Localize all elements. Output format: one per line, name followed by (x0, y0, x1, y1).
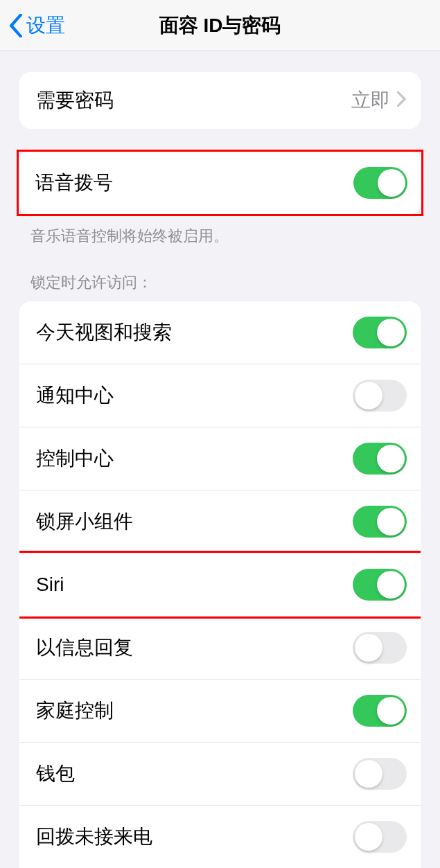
allow-access-item-toggle[interactable] (353, 821, 407, 853)
voice-dial-footer: 音乐语音控制将始终被启用。 (30, 226, 410, 247)
allow-access-item-label: 家庭控制 (36, 698, 114, 724)
allow-access-item-toggle[interactable] (353, 632, 407, 664)
allow-access-row: 今天视图和搜索 (19, 301, 421, 364)
allow-access-item-toggle[interactable] (353, 380, 407, 411)
allow-access-group: 今天视图和搜索通知中心控制中心锁屏小组件Siri以信息回复家庭控制钱包回拨未接来… (19, 301, 421, 868)
require-passcode-label: 需要密码 (36, 87, 114, 114)
allow-access-row: 家庭控制 (19, 679, 421, 742)
allow-access-item-toggle[interactable] (353, 758, 407, 790)
chevron-left-icon (8, 14, 24, 37)
allow-access-item-label: 今天视图和搜索 (36, 319, 172, 346)
allow-access-item-label: 控制中心 (36, 445, 114, 472)
allow-access-header: 锁定时允许访问： (30, 272, 410, 293)
allow-access-item-label: 钱包 (36, 761, 75, 787)
allow-access-row: 钱包 (19, 742, 421, 805)
voice-dial-highlight: 语音拨号 (17, 150, 423, 216)
allow-access-item-toggle[interactable] (353, 695, 407, 727)
back-label: 设置 (26, 12, 65, 39)
allow-access-item-label: 锁屏小组件 (36, 508, 133, 535)
require-passcode-value: 立即 (351, 87, 390, 114)
allow-access-row: 通知中心 (19, 364, 421, 427)
allow-access-item-toggle[interactable] (353, 443, 407, 475)
chevron-right-icon (397, 91, 407, 109)
allow-access-row: 锁屏小组件 (19, 490, 421, 553)
allow-access-item-toggle[interactable] (353, 569, 407, 601)
allow-access-item-label: Siri (36, 574, 64, 596)
allow-access-row: 控制中心 (19, 427, 421, 490)
allow-access-row: Siri (19, 553, 421, 616)
page-title: 面容 ID与密码 (0, 12, 440, 39)
voice-dial-label: 语音拨号 (35, 170, 113, 196)
back-button[interactable]: 设置 (0, 12, 65, 39)
require-passcode-row[interactable]: 需要密码 立即 (19, 72, 421, 129)
allow-access-item-toggle[interactable] (353, 317, 407, 348)
allow-access-item-toggle[interactable] (353, 506, 407, 538)
voice-dial-toggle[interactable] (353, 167, 407, 199)
allow-access-row: 以信息回复 (19, 616, 421, 679)
navigation-bar: 设置 面容 ID与密码 (0, 0, 440, 51)
allow-access-item-label: 通知中心 (36, 382, 114, 409)
allow-access-item-label: 回拨未接来电 (36, 824, 152, 850)
require-passcode-group: 需要密码 立即 (19, 72, 421, 129)
allow-access-row: 回拨未接来电 (19, 805, 421, 868)
allow-access-item-label: 以信息回复 (36, 635, 133, 661)
voice-dial-row: 语音拨号 (19, 152, 421, 214)
